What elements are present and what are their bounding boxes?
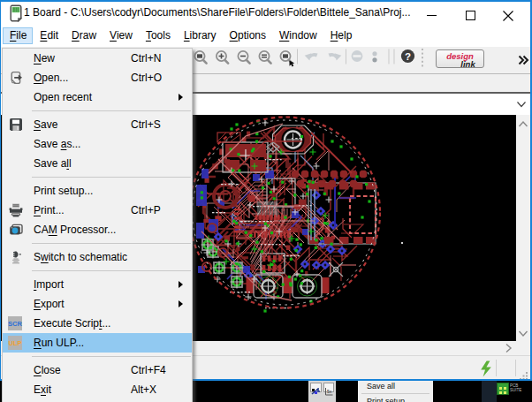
svg-text:5x: 5x [327,389,332,394]
svg-text:?: ? [405,51,411,62]
